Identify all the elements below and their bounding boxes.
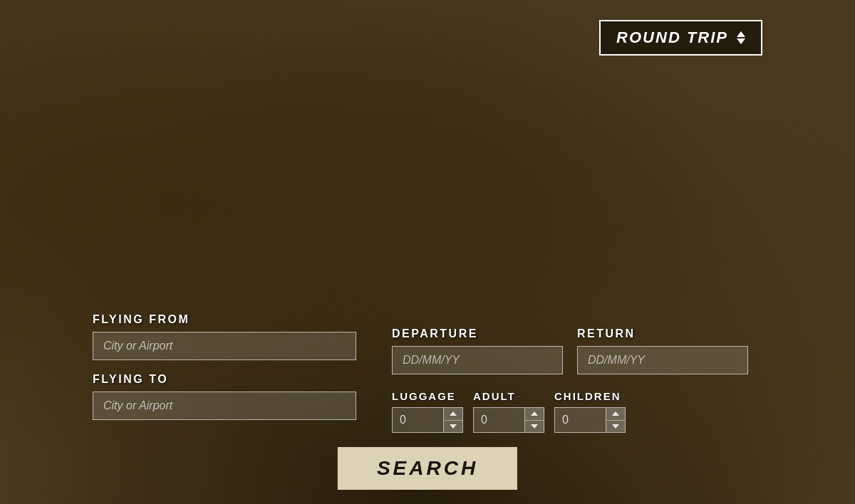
flying-to-group: FLYING TO — [93, 373, 356, 420]
adult-arrows — [524, 407, 544, 433]
right-column: DEPARTURE RETURN LUGGAGE — [392, 327, 748, 433]
flying-from-label: FLYING FROM — [93, 313, 356, 326]
luggage-counter — [392, 407, 463, 433]
return-field: RETURN — [577, 327, 748, 374]
adult-decrement[interactable] — [525, 420, 544, 433]
luggage-increment[interactable] — [444, 408, 462, 420]
children-decrement[interactable] — [606, 420, 625, 433]
dates-row: DEPARTURE RETURN — [392, 327, 748, 374]
round-trip-selector[interactable]: ROUND TRIP — [599, 20, 762, 56]
children-label: CHILDREN — [554, 390, 621, 402]
children-group: CHILDREN — [554, 390, 626, 433]
adult-input[interactable] — [473, 407, 524, 433]
page-content: ROUND TRIP FLYING FROM FLYING TO — [0, 0, 855, 504]
departure-input[interactable] — [392, 346, 563, 374]
left-column: FLYING FROM FLYING TO — [93, 313, 356, 433]
arrow-down-icon — [612, 424, 619, 429]
children-counter — [554, 407, 626, 433]
luggage-arrows — [443, 407, 463, 433]
adult-group: ADULT — [473, 390, 544, 433]
return-label: RETURN — [577, 327, 748, 340]
arrow-up-icon — [450, 411, 457, 416]
children-arrows — [606, 407, 626, 433]
arrow-up-icon — [737, 31, 745, 37]
arrow-down-icon — [531, 424, 538, 429]
search-button-wrap: SEARCH — [338, 447, 517, 490]
flying-from-group: FLYING FROM — [93, 313, 356, 360]
flying-to-input[interactable] — [93, 392, 356, 420]
departure-label: DEPARTURE — [392, 327, 563, 340]
arrow-up-icon — [612, 411, 619, 416]
return-input[interactable] — [577, 346, 748, 374]
luggage-decrement[interactable] — [444, 420, 462, 433]
flying-from-input[interactable] — [93, 332, 356, 360]
adult-counter — [473, 407, 544, 433]
departure-field: DEPARTURE — [392, 327, 563, 374]
adult-label: ADULT — [473, 390, 516, 402]
adult-increment[interactable] — [525, 408, 544, 420]
luggage-group: LUGGAGE — [392, 390, 463, 433]
round-trip-label: ROUND TRIP — [616, 28, 728, 47]
arrow-down-icon — [737, 38, 745, 44]
luggage-label: LUGGAGE — [392, 390, 456, 402]
flying-to-label: FLYING TO — [93, 373, 356, 386]
counters-row: LUGGAGE — [392, 390, 748, 433]
luggage-input[interactable] — [392, 407, 443, 433]
arrow-down-icon — [450, 424, 457, 429]
children-input[interactable] — [554, 407, 606, 433]
search-button[interactable]: SEARCH — [338, 447, 517, 490]
arrow-up-icon — [531, 411, 538, 416]
trip-type-arrows — [737, 31, 745, 44]
children-increment[interactable] — [606, 408, 625, 420]
